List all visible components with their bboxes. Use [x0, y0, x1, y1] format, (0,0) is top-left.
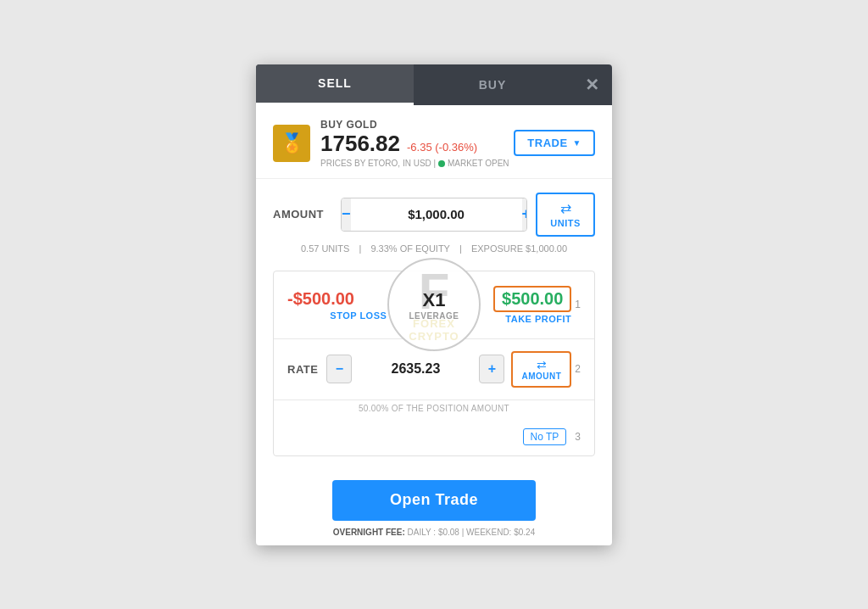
amount-toggle-button[interactable]: ⇄ AMOUNT [511, 351, 571, 388]
amount-info: 0.57 UNITS | 9.33% OF EQUITY | EXPOSURE … [273, 243, 595, 254]
close-button[interactable]: ✕ [571, 64, 612, 105]
tab-group: SELL BUY [256, 64, 571, 105]
rate-increase-button[interactable]: + [479, 355, 504, 383]
asset-left: 🏅 BUY GOLD 1756.82 -6.35 (-0.36%) PRICES… [273, 119, 509, 168]
badge-3: 3 [575, 431, 581, 443]
asset-icon: 🏅 [273, 125, 310, 162]
rate-label: RATE [287, 363, 318, 376]
chevron-down-icon: ▼ [573, 138, 581, 148]
badge-2: 2 [575, 363, 581, 375]
trade-dropdown-button[interactable]: TRADE ▼ [514, 130, 595, 156]
tab-buy[interactable]: BUY [414, 64, 571, 105]
take-profit-box: $500.00 [493, 286, 571, 312]
trade-details-inner: -$500.00 STOP LOSS F FOREX CRYPTO X1 LEV… [274, 271, 594, 455]
amount-input[interactable] [351, 200, 522, 228]
units-label: UNITS [550, 218, 581, 228]
tab-sell[interactable]: SELL [256, 64, 414, 105]
badge-1: 1 [575, 299, 581, 310]
sl-tp-row: -$500.00 STOP LOSS F FOREX CRYPTO X1 LEV… [274, 271, 594, 339]
rate-decrease-button[interactable]: − [326, 355, 352, 383]
trade-modal: SELL BUY ✕ 🏅 BUY GOLD 1756.82 -6.35 (-0.… [256, 64, 612, 545]
leverage-value: X1 [423, 289, 446, 311]
take-profit-label: TAKE PROFIT [505, 314, 571, 324]
market-open-dot [438, 160, 445, 167]
amount-increase-button[interactable]: + [522, 198, 527, 231]
amount-toggle-label: AMOUNT [521, 372, 561, 381]
leverage-label: LEVERAGE [409, 311, 459, 321]
open-trade-section: Open Trade OVERNIGHT FEE: DAILY : $0.08 … [256, 467, 612, 545]
asset-section: 🏅 BUY GOLD 1756.82 -6.35 (-0.36%) PRICES… [256, 105, 612, 179]
position-amount-text: 50.00% OF THE POSITION AMOUNT [274, 400, 594, 422]
asset-change: -6.35 (-0.36%) [407, 141, 477, 154]
amount-row: AMOUNT − + ⇄ UNITS [273, 193, 595, 237]
amount-stepper: − + [341, 198, 527, 232]
units-toggle-button[interactable]: ⇄ UNITS [536, 193, 595, 237]
amount-label: AMOUNT [273, 208, 332, 221]
buy-label: BUY GOLD [320, 119, 509, 131]
trade-details: -$500.00 STOP LOSS F FOREX CRYPTO X1 LEV… [273, 271, 595, 456]
swap-icon-2: ⇄ [537, 358, 547, 372]
modal-header: SELL BUY ✕ [256, 64, 612, 105]
rate-value: 2635.23 [357, 361, 474, 377]
watermark-text: FOREX CRYPTO [409, 317, 459, 343]
asset-price: 1756.82 [320, 131, 400, 157]
asset-meta: PRICES BY ETORO, IN USD | MARKET OPEN [320, 159, 509, 168]
take-profit-value: $500.00 [502, 289, 563, 309]
amount-decrease-button[interactable]: − [342, 198, 351, 231]
leverage-overlay[interactable]: F FOREX CRYPTO X1 LEVERAGE [387, 258, 481, 351]
swap-icon: ⇄ [560, 200, 571, 216]
asset-info: BUY GOLD 1756.82 -6.35 (-0.36%) PRICES B… [320, 119, 509, 168]
open-trade-button[interactable]: Open Trade [332, 480, 536, 521]
overnight-fee: OVERNIGHT FEE: DAILY : $0.08 | WEEKEND: … [333, 528, 535, 537]
no-tp-link[interactable]: No TP [523, 428, 567, 445]
amount-section: AMOUNT − + ⇄ UNITS 0.57 UNITS | 9.33% OF… [256, 179, 612, 271]
no-tp-row: No TP 3 [274, 422, 594, 455]
